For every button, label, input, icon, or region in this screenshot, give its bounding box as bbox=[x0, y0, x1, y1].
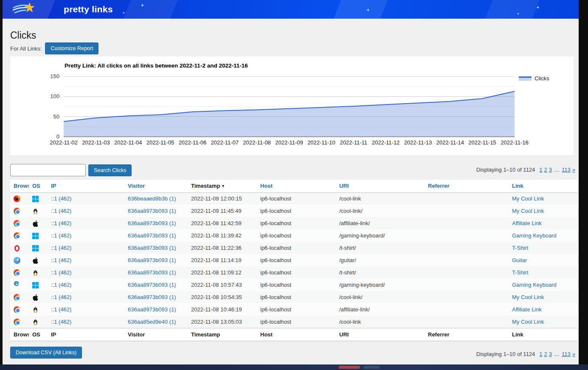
column-header-link[interactable]: Referrer bbox=[428, 183, 450, 189]
column-header-link[interactable]: Visitor bbox=[128, 183, 145, 189]
column-header-browser: Browser bbox=[10, 180, 29, 192]
chrome-browser-icon bbox=[14, 294, 20, 301]
timestamp-cell: 2022-11-08 10:57:43 bbox=[191, 282, 242, 288]
pagination-summary: Displaying 1–10 of 1124 bbox=[476, 167, 535, 173]
pretty-link-name[interactable]: My Cool Link bbox=[512, 195, 544, 202]
ip-link[interactable]: ::1 (462) bbox=[51, 208, 71, 214]
column-header-link[interactable]: IP bbox=[51, 183, 56, 189]
pretty-link-name[interactable]: Gaming Keyboard bbox=[512, 282, 557, 288]
table-footer-row: BrowserOSIPVisitorTimestampHostURIReferr… bbox=[10, 328, 577, 341]
ip-link[interactable]: ::1 (462) bbox=[51, 306, 71, 313]
footer-column-host: Host bbox=[257, 328, 336, 341]
page-link-2[interactable]: 2 bbox=[544, 167, 547, 173]
visitor-link[interactable]: 636aa8973b093 (1) bbox=[128, 257, 176, 263]
visitor-link[interactable]: 636aa8973b093 (1) bbox=[128, 306, 176, 313]
report-scope-row: For All Links: Customize Report bbox=[10, 42, 98, 54]
search-clicks-button[interactable]: Search Clicks bbox=[88, 164, 132, 176]
svg-text:2022-11-05: 2022-11-05 bbox=[146, 139, 174, 146]
page-link-1[interactable]: 1 bbox=[539, 167, 542, 173]
next-page-link[interactable]: » bbox=[572, 351, 575, 357]
pretty-link-name[interactable]: My Cool Link bbox=[512, 208, 544, 214]
footer-column-ip: IP bbox=[48, 328, 124, 341]
column-header-link[interactable]: Browser bbox=[14, 183, 29, 189]
visitor-link[interactable]: 636aa8973b093 (1) bbox=[128, 232, 176, 239]
chrome-browser-icon bbox=[14, 306, 20, 313]
visitor-link[interactable]: 636aa8973b093 (1) bbox=[128, 282, 176, 288]
ip-link[interactable]: ::1 (462) bbox=[51, 282, 71, 288]
ip-link[interactable]: ::1 (462) bbox=[51, 220, 71, 226]
download-csv-button[interactable]: Download CSV (All Links) bbox=[10, 347, 82, 359]
table-row: ::1 (462)636aa8973b093 (1)2022-11-08 11:… bbox=[10, 266, 577, 279]
page-link-1[interactable]: 1 bbox=[539, 351, 542, 357]
timestamp-cell: 2022-11-08 11:22:36 bbox=[191, 245, 242, 251]
page-ellipsis: … bbox=[554, 351, 560, 357]
visitor-link[interactable]: 636aa8973b093 (1) bbox=[128, 245, 176, 251]
bottom-bar-gray-fragment bbox=[363, 366, 380, 369]
uri-cell: /t-shirt/ bbox=[339, 269, 356, 276]
windows-os-icon bbox=[32, 232, 39, 239]
pretty-link-name[interactable]: Affiliate Link bbox=[512, 220, 542, 226]
linux-os-icon bbox=[32, 306, 39, 313]
host-cell: ip6-localhost bbox=[260, 245, 291, 251]
svg-text:2022-11-03: 2022-11-03 bbox=[82, 139, 110, 146]
column-header-link[interactable]: URI bbox=[339, 183, 349, 189]
pretty-link-name[interactable]: My Cool Link bbox=[512, 319, 544, 325]
column-header-link: Link bbox=[509, 180, 577, 192]
customize-report-button[interactable]: Customize Report bbox=[45, 42, 98, 54]
search-clicks-input[interactable] bbox=[10, 164, 86, 176]
table-row: ::1 (462)636aa8973b093 (1)2022-11-08 10:… bbox=[10, 291, 577, 303]
page-link-3[interactable]: 3 bbox=[549, 351, 552, 357]
clicks-table: BrowserOSIPVisitorTimestamp ▼HostURIRefe… bbox=[10, 180, 577, 341]
pretty-link-name[interactable]: Guitar bbox=[512, 257, 527, 263]
svg-text:2022-11-02: 2022-11-02 bbox=[50, 139, 78, 146]
column-header-host: Host bbox=[257, 180, 336, 192]
ip-link[interactable]: ::1 (462) bbox=[51, 195, 71, 202]
svg-text:2022-11-15: 2022-11-15 bbox=[468, 139, 496, 146]
bottom-edge-bar bbox=[0, 364, 588, 370]
footer-column-browser: Browser bbox=[10, 328, 29, 341]
ip-link[interactable]: ::1 (462) bbox=[51, 294, 71, 300]
chrome-browser-icon bbox=[14, 208, 20, 215]
sparkle-icon: + bbox=[367, 8, 369, 12]
uri-cell: /affiliate-link/ bbox=[339, 306, 370, 313]
visitor-link[interactable]: 636aa8973b093 (1) bbox=[128, 269, 176, 276]
column-header-link[interactable]: OS bbox=[32, 183, 40, 189]
apple-os-icon bbox=[32, 257, 39, 264]
sparkle-icon: + bbox=[517, 12, 519, 16]
ip-link[interactable]: ::1 (462) bbox=[51, 257, 71, 263]
column-header-link[interactable]: Link bbox=[512, 183, 523, 189]
visitor-link[interactable]: 636aa85ed9e40 (1) bbox=[128, 319, 176, 325]
next-page-link[interactable]: » bbox=[572, 167, 575, 173]
timestamp-cell: 2022-11-09 11:45:49 bbox=[191, 208, 242, 214]
footer-column-os: OS bbox=[29, 328, 48, 341]
windows-os-icon bbox=[32, 282, 39, 288]
sorted-column-label: Timestamp bbox=[191, 183, 220, 189]
svg-text:2022-11-13: 2022-11-13 bbox=[404, 139, 432, 146]
ip-link[interactable]: ::1 (462) bbox=[51, 245, 71, 251]
ip-link[interactable]: ::1 (462) bbox=[51, 232, 71, 239]
ip-link[interactable]: ::1 (462) bbox=[51, 269, 71, 276]
visitor-link[interactable]: 636aa8973b093 (1) bbox=[128, 294, 176, 300]
visitor-link[interactable]: 636beaaed8b3b (1) bbox=[128, 195, 176, 202]
pretty-link-name[interactable]: T-Shirt bbox=[512, 269, 528, 276]
pretty-link-name[interactable]: My Cool Link bbox=[512, 294, 544, 300]
page-link-3[interactable]: 3 bbox=[549, 167, 552, 173]
pretty-link-name[interactable]: Affiliate Link bbox=[512, 306, 542, 313]
ip-link[interactable]: ::1 (462) bbox=[51, 319, 71, 325]
page-link-113[interactable]: 113 bbox=[562, 351, 571, 357]
page-link-2[interactable]: 2 bbox=[544, 351, 547, 357]
svg-text:2022-11-11: 2022-11-11 bbox=[340, 139, 367, 146]
host-cell: ip6-localhost bbox=[260, 220, 291, 226]
column-header-link[interactable]: Host bbox=[260, 183, 273, 189]
svg-text:2022-11-16: 2022-11-16 bbox=[501, 139, 529, 146]
column-header-timestamp[interactable]: Timestamp ▼ bbox=[188, 180, 257, 192]
host-cell: ip6-localhost bbox=[260, 257, 291, 263]
table-row: ::1 (462)636aa8973b093 (1)2022-11-09 11:… bbox=[10, 205, 577, 217]
pretty-link-name[interactable]: Gaming Keyboard bbox=[512, 232, 557, 239]
page-link-113[interactable]: 113 bbox=[562, 167, 571, 173]
visitor-link[interactable]: 636aa8973b093 (1) bbox=[128, 220, 176, 226]
svg-text:2022-11-07: 2022-11-07 bbox=[211, 139, 239, 146]
visitor-link[interactable]: 636aa8973b093 (1) bbox=[128, 208, 176, 214]
pretty-link-name[interactable]: T-Shirt bbox=[512, 245, 528, 251]
column-header-referrer: Referrer bbox=[425, 180, 509, 192]
